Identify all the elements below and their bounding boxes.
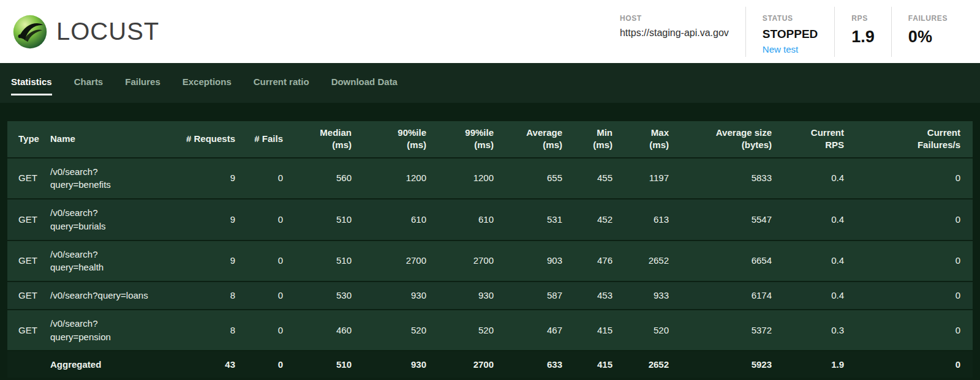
main-content: TypeName# Requests# FailsMedian (ms)90%i…: [0, 103, 980, 380]
value-cell: 452: [567, 199, 617, 240]
value-cell: 9: [162, 199, 240, 240]
value-cell: 43: [162, 351, 240, 378]
value-cell: 560: [288, 158, 356, 199]
value-cell: 510: [288, 199, 356, 240]
stat-rps: RPS 1.9: [835, 5, 891, 59]
host-value: https://staging-api.va.gov: [620, 28, 729, 39]
table-row: GET/v0/search?query=loans805309309305874…: [7, 281, 973, 310]
failures-value: 0%: [908, 28, 948, 47]
value-cell: 8: [162, 310, 240, 351]
value-cell: 2700: [356, 240, 431, 282]
value-cell: 1200: [431, 158, 499, 199]
value-cell: 1197: [617, 158, 674, 199]
tab-download-data[interactable]: Download Data: [331, 63, 398, 95]
value-cell: 903: [499, 240, 567, 282]
value-cell: 0.4: [777, 158, 849, 199]
value-cell: 6174: [674, 281, 777, 310]
tab-statistics[interactable]: Statistics: [11, 63, 52, 95]
value-cell: 415: [567, 351, 617, 378]
status-label: STATUS: [763, 14, 818, 23]
host-label: HOST: [620, 14, 729, 23]
tab-failures[interactable]: Failures: [125, 63, 160, 95]
column-header-99-ile[interactable]: 99%ile (ms): [431, 121, 499, 158]
value-cell: 2652: [617, 351, 674, 378]
value-cell: 0: [849, 310, 973, 351]
value-cell: 655: [499, 158, 567, 199]
value-cell: 633: [499, 351, 567, 378]
column-header-max[interactable]: Max (ms): [617, 121, 674, 158]
value-cell: 0: [849, 240, 973, 282]
table-row: GET/v0/search? query=pension804605205204…: [7, 310, 973, 351]
column-header-type[interactable]: Type: [7, 121, 45, 158]
column-header-90-ile[interactable]: 90%ile (ms): [356, 121, 431, 158]
status-value: STOPPED: [763, 28, 818, 41]
rps-value: 1.9: [851, 28, 875, 47]
tab-current-ratio[interactable]: Current ratio: [254, 63, 309, 95]
value-cell: 460: [288, 310, 356, 351]
failures-label: FAILURES: [908, 14, 948, 23]
tab-charts[interactable]: Charts: [74, 63, 104, 95]
value-cell: 510: [288, 351, 356, 378]
value-cell: 930: [356, 351, 431, 378]
value-cell: 530: [288, 281, 356, 310]
value-cell: 930: [431, 281, 499, 310]
value-cell: 0.4: [777, 240, 849, 282]
main-nav: StatisticsChartsFailuresExceptionsCurren…: [0, 63, 980, 103]
value-cell: 0: [240, 351, 288, 378]
table-row: GET/v0/search? query=benefits90560120012…: [7, 158, 973, 199]
value-cell: 520: [431, 310, 499, 351]
value-cell: 520: [617, 310, 674, 351]
header-stats: HOST https://staging-api.va.gov STATUS S…: [603, 5, 964, 59]
stat-host: HOST https://staging-api.va.gov: [603, 5, 745, 59]
value-cell: 1200: [356, 158, 431, 199]
value-cell: 520: [356, 310, 431, 351]
value-cell: 1.9: [777, 351, 849, 378]
name-cell: /v0/search? query=burials: [45, 199, 162, 240]
method-cell: GET: [7, 281, 45, 310]
method-cell: GET: [7, 240, 45, 282]
name-cell: /v0/search? query=health: [45, 240, 162, 282]
column-header-average[interactable]: Average (ms): [499, 121, 567, 158]
value-cell: 5923: [674, 351, 777, 378]
value-cell: 0: [240, 199, 288, 240]
value-cell: 0: [849, 351, 973, 378]
statistics-table: TypeName# Requests# FailsMedian (ms)90%i…: [7, 121, 973, 378]
table-row: GET/v0/search? query=health9051027002700…: [7, 240, 973, 282]
value-cell: 453: [567, 281, 617, 310]
name-cell: Aggregated: [45, 351, 162, 378]
rps-label: RPS: [851, 14, 875, 23]
value-cell: 0: [240, 158, 288, 199]
value-cell: 9: [162, 158, 240, 199]
table-row: GET/v0/search? query=burials905106106105…: [7, 199, 973, 240]
aggregated-row: Aggregated4305109302700633415265259231.9…: [7, 351, 973, 378]
value-cell: 5833: [674, 158, 777, 199]
value-cell: 0: [849, 199, 973, 240]
column-header-average-size[interactable]: Average size (bytes): [674, 121, 777, 158]
column-header-min[interactable]: Min (ms): [567, 121, 617, 158]
value-cell: 6654: [674, 240, 777, 282]
stat-status: STATUS STOPPED New test: [746, 5, 834, 59]
value-cell: 2700: [431, 240, 499, 282]
method-cell: [7, 351, 45, 378]
column-header-fails[interactable]: # Fails: [240, 121, 288, 158]
locust-logo: [12, 14, 48, 50]
value-cell: 933: [617, 281, 674, 310]
value-cell: 930: [356, 281, 431, 310]
brand: LOCUST: [12, 14, 159, 50]
method-cell: GET: [7, 310, 45, 351]
table-header-row: TypeName# Requests# FailsMedian (ms)90%i…: [7, 121, 973, 158]
column-header-current[interactable]: Current Failures/s: [849, 121, 973, 158]
value-cell: 610: [356, 199, 431, 240]
column-header-current[interactable]: Current RPS: [777, 121, 849, 158]
value-cell: 8: [162, 281, 240, 310]
app-header: LOCUST HOST https://staging-api.va.gov S…: [0, 0, 980, 63]
value-cell: 531: [499, 199, 567, 240]
tab-exceptions[interactable]: Exceptions: [183, 63, 232, 95]
column-header-median[interactable]: Median (ms): [288, 121, 356, 158]
tab-bar: StatisticsChartsFailuresExceptionsCurren…: [11, 63, 980, 95]
new-test-link[interactable]: New test: [763, 44, 818, 54]
column-header-requests[interactable]: # Requests: [162, 121, 240, 158]
value-cell: 2652: [617, 240, 674, 282]
column-header-name[interactable]: Name: [45, 121, 162, 158]
value-cell: 0: [849, 281, 973, 310]
